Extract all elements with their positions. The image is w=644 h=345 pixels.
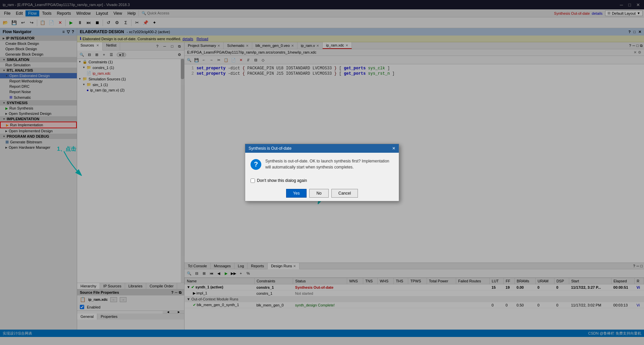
dont-show-checkbox[interactable] [251, 179, 255, 183]
dialog-body: ? Synthesis is out-of-date. OK to launch… [245, 153, 399, 176]
dialog-no-button[interactable]: No [309, 189, 328, 198]
dialog-checkbox-area: Don't show this dialog again [245, 176, 399, 186]
dont-show-label[interactable]: Don't show this dialog again [257, 178, 307, 183]
dialog-title-bar: Synthesis is Out-of-date ✕ [245, 144, 399, 153]
dialog-close-icon[interactable]: ✕ [392, 146, 395, 151]
dialog-box: Synthesis is Out-of-date ✕ ? Synthesis i… [245, 144, 399, 201]
dialog-message: Synthesis is out-of-date. OK to launch s… [265, 158, 393, 170]
dialog-yes-button[interactable]: Yes [286, 189, 307, 198]
dialog-title-text: Synthesis is Out-of-date [249, 146, 291, 151]
dialog-overlay: Synthesis is Out-of-date ✕ ? Synthesis i… [0, 0, 644, 337]
dialog-buttons: Yes No Cancel [245, 186, 399, 201]
dialog-cancel-button[interactable]: Cancel [331, 189, 358, 198]
dialog-question-icon: ? [251, 158, 261, 170]
